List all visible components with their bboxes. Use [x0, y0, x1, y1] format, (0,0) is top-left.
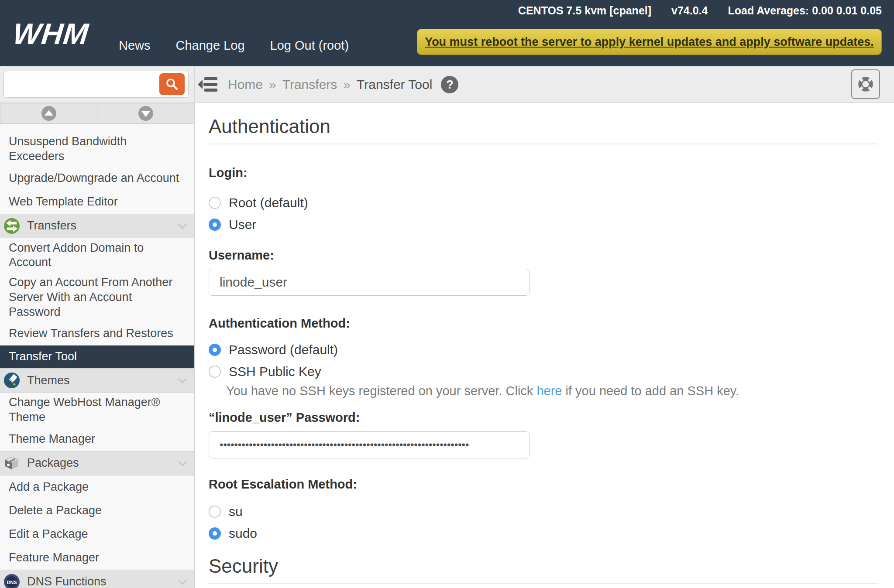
arrow-down-icon	[138, 106, 154, 121]
toolbar-left-cell	[0, 66, 195, 103]
sidebar-item-transfer-tool[interactable]: Transfer Tool	[0, 345, 194, 368]
breadcrumb-toolbar: Home » Transfers » Transfer Tool ?	[0, 66, 894, 103]
sidebar-section-dns-functions[interactable]: DNS DNS Functions	[0, 570, 194, 588]
sidebar-section-packages[interactable]: Packages	[0, 451, 194, 475]
sidebar-item-copy-account-password[interactable]: Copy an Account From Another Server With…	[0, 273, 194, 322]
sidebar-section-themes[interactable]: Themes	[0, 368, 194, 393]
sidebar-item-add-a-package[interactable]: Add a Package	[0, 475, 194, 499]
radio-button-unchecked[interactable]	[209, 506, 221, 518]
arrow-up-icon	[41, 106, 57, 121]
dns-icon: DNS	[3, 574, 20, 588]
main-content: Authentication Login: Root (default) Use…	[195, 103, 894, 588]
search-input[interactable]	[4, 71, 165, 97]
reboot-alert-banner[interactable]: You must reboot the server to apply kern…	[417, 29, 882, 55]
ssh-here-link[interactable]: here	[536, 384, 562, 398]
radio-button-checked[interactable]	[209, 219, 221, 231]
breadcrumb-transfers[interactable]: Transfers	[282, 77, 337, 92]
sidebar-item-convert-addon-domain[interactable]: Convert Addon Domain to Account	[0, 238, 194, 273]
svg-text:DNS: DNS	[7, 580, 17, 585]
breadcrumb: Home » Transfers » Transfer Tool ?	[228, 66, 458, 103]
collapse-sidebar-icon[interactable]	[197, 76, 218, 93]
server-status-bar: CENTOS 7.5 kvm [cpanel] v74.0.4 Load Ave…	[518, 4, 882, 17]
breadcrumb-separator: »	[269, 77, 276, 92]
radio-button-checked[interactable]	[209, 344, 221, 356]
authentication-heading: Authentication	[209, 115, 877, 144]
radio-ssh-label: SSH Public Key	[229, 364, 321, 379]
search-icon	[165, 78, 179, 91]
security-heading: Security	[209, 555, 877, 584]
nav-news[interactable]: News	[119, 38, 151, 53]
sidebar: Unsuspend Bandwidth Exceeders Upgrade/Do…	[0, 103, 195, 588]
breadcrumb-separator: »	[343, 77, 351, 92]
transfers-icon	[3, 218, 20, 234]
password-label: “linode_user” Password:	[209, 410, 877, 425]
chevron-down-icon	[178, 223, 187, 229]
sidebar-scroll-up[interactable]	[0, 103, 97, 124]
sidebar-item-feature-manager[interactable]: Feature Manager	[0, 546, 194, 570]
radio-user[interactable]: User	[209, 214, 877, 236]
chevron-down-icon	[178, 579, 187, 585]
themes-icon	[3, 372, 20, 389]
auth-method-label: Authentication Method:	[209, 316, 877, 331]
chevron-down-icon	[178, 461, 187, 467]
sidebar-item-theme-manager[interactable]: Theme Manager	[0, 427, 194, 451]
sidebar-item-delete-a-package[interactable]: Delete a Package	[0, 499, 194, 523]
login-label: Login:	[209, 165, 877, 181]
status-os: CENTOS 7.5 kvm [cpanel]	[518, 4, 651, 17]
packages-icon	[3, 455, 20, 472]
nav-log-out[interactable]: Log Out (root)	[270, 38, 349, 53]
search-box	[3, 71, 189, 98]
help-icon[interactable]: ?	[441, 76, 458, 93]
radio-sudo-label: sudo	[229, 526, 257, 541]
radio-button-unchecked[interactable]	[209, 366, 221, 378]
top-bar: WHM News Change Log Log Out (root) CENTO…	[0, 0, 894, 66]
sidebar-item-review-transfers-restores[interactable]: Review Transfers and Restores	[0, 322, 194, 345]
support-button[interactable]	[851, 69, 880, 99]
whm-logo[interactable]: WHM	[11, 17, 90, 51]
status-version: v74.0.4	[671, 4, 708, 17]
sidebar-item-web-template-editor[interactable]: Web Template Editor	[0, 190, 194, 214]
search-button[interactable]	[159, 73, 185, 95]
radio-button-checked[interactable]	[209, 527, 221, 540]
escalation-radio-group: su sudo	[209, 501, 877, 544]
breadcrumb-home[interactable]: Home	[228, 77, 263, 92]
login-radio-group: Root (default) User	[209, 192, 877, 236]
radio-ssh-public-key[interactable]: SSH Public Key	[209, 361, 877, 383]
sidebar-scroll-controls	[0, 103, 194, 124]
radio-button-unchecked[interactable]	[209, 197, 221, 209]
ssh-key-note: You have no SSH keys registered on your …	[226, 383, 877, 399]
auth-method-radio-group: Password (default) SSH Public Key	[209, 339, 877, 383]
nav-change-log[interactable]: Change Log	[176, 38, 245, 53]
top-nav: News Change Log Log Out (root)	[119, 38, 349, 53]
radio-password-label: Password (default)	[229, 342, 338, 357]
radio-user-label: User	[229, 217, 256, 232]
root-escalation-label: Root Escalation Method:	[209, 477, 877, 492]
sidebar-menu: Unsuspend Bandwidth Exceeders Upgrade/Do…	[0, 124, 194, 588]
password-input[interactable]	[209, 431, 530, 458]
username-label: Username:	[209, 248, 877, 263]
radio-root-label: Root (default)	[229, 195, 308, 210]
sidebar-section-transfers[interactable]: Transfers	[0, 214, 194, 238]
radio-sudo[interactable]: sudo	[209, 523, 877, 544]
breadcrumb-current-page: Transfer Tool	[357, 77, 432, 92]
radio-su[interactable]: su	[209, 501, 877, 523]
sidebar-item-unsuspend-bandwidth-exceeders[interactable]: Unsuspend Bandwidth Exceeders	[0, 132, 194, 167]
sidebar-item-upgrade-downgrade-account[interactable]: Upgrade/Downgrade an Account	[0, 167, 194, 190]
status-load-averages: Load Averages: 0.00 0.01 0.05	[728, 4, 882, 17]
sidebar-item-edit-a-package[interactable]: Edit a Package	[0, 523, 194, 546]
radio-su-label: su	[229, 504, 243, 519]
chevron-down-icon	[178, 378, 187, 384]
radio-password-default[interactable]: Password (default)	[209, 339, 877, 361]
sidebar-scroll-down[interactable]	[97, 103, 194, 124]
radio-root-default[interactable]: Root (default)	[209, 192, 877, 214]
sidebar-item-change-whm-theme[interactable]: Change WebHost Manager® Theme	[0, 393, 194, 427]
username-input[interactable]	[209, 269, 530, 296]
life-preserver-icon	[856, 75, 875, 93]
